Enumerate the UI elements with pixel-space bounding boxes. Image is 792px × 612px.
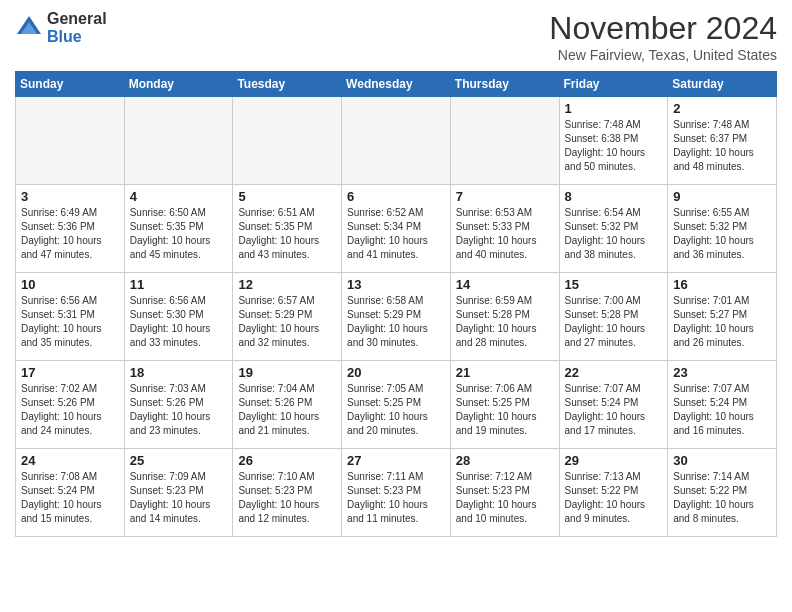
day-number: 1 <box>565 101 663 116</box>
day-info: Sunrise: 6:52 AM Sunset: 5:34 PM Dayligh… <box>347 206 445 262</box>
calendar-cell <box>16 97 125 185</box>
calendar-cell: 4Sunrise: 6:50 AM Sunset: 5:35 PM Daylig… <box>124 185 233 273</box>
calendar-cell: 16Sunrise: 7:01 AM Sunset: 5:27 PM Dayli… <box>668 273 777 361</box>
location-text: New Fairview, Texas, United States <box>549 47 777 63</box>
day-number: 3 <box>21 189 119 204</box>
day-number: 2 <box>673 101 771 116</box>
calendar-cell: 26Sunrise: 7:10 AM Sunset: 5:23 PM Dayli… <box>233 449 342 537</box>
calendar-cell: 18Sunrise: 7:03 AM Sunset: 5:26 PM Dayli… <box>124 361 233 449</box>
calendar-table: SundayMondayTuesdayWednesdayThursdayFrid… <box>15 71 777 537</box>
day-info: Sunrise: 6:49 AM Sunset: 5:36 PM Dayligh… <box>21 206 119 262</box>
calendar-week-row: 10Sunrise: 6:56 AM Sunset: 5:31 PM Dayli… <box>16 273 777 361</box>
day-number: 15 <box>565 277 663 292</box>
day-info: Sunrise: 6:50 AM Sunset: 5:35 PM Dayligh… <box>130 206 228 262</box>
day-number: 19 <box>238 365 336 380</box>
calendar-cell: 19Sunrise: 7:04 AM Sunset: 5:26 PM Dayli… <box>233 361 342 449</box>
day-number: 11 <box>130 277 228 292</box>
calendar-cell: 24Sunrise: 7:08 AM Sunset: 5:24 PM Dayli… <box>16 449 125 537</box>
calendar-cell: 14Sunrise: 6:59 AM Sunset: 5:28 PM Dayli… <box>450 273 559 361</box>
day-number: 13 <box>347 277 445 292</box>
day-number: 26 <box>238 453 336 468</box>
day-number: 30 <box>673 453 771 468</box>
calendar-cell: 10Sunrise: 6:56 AM Sunset: 5:31 PM Dayli… <box>16 273 125 361</box>
day-number: 17 <box>21 365 119 380</box>
logo-icon <box>15 14 43 42</box>
calendar-week-row: 1Sunrise: 7:48 AM Sunset: 6:38 PM Daylig… <box>16 97 777 185</box>
calendar-cell: 1Sunrise: 7:48 AM Sunset: 6:38 PM Daylig… <box>559 97 668 185</box>
day-number: 29 <box>565 453 663 468</box>
calendar-week-row: 3Sunrise: 6:49 AM Sunset: 5:36 PM Daylig… <box>16 185 777 273</box>
day-info: Sunrise: 7:14 AM Sunset: 5:22 PM Dayligh… <box>673 470 771 526</box>
day-info: Sunrise: 7:04 AM Sunset: 5:26 PM Dayligh… <box>238 382 336 438</box>
day-info: Sunrise: 7:07 AM Sunset: 5:24 PM Dayligh… <box>565 382 663 438</box>
calendar-cell <box>233 97 342 185</box>
day-info: Sunrise: 6:58 AM Sunset: 5:29 PM Dayligh… <box>347 294 445 350</box>
calendar-cell: 11Sunrise: 6:56 AM Sunset: 5:30 PM Dayli… <box>124 273 233 361</box>
calendar-cell: 3Sunrise: 6:49 AM Sunset: 5:36 PM Daylig… <box>16 185 125 273</box>
calendar-cell: 21Sunrise: 7:06 AM Sunset: 5:25 PM Dayli… <box>450 361 559 449</box>
day-info: Sunrise: 7:48 AM Sunset: 6:38 PM Dayligh… <box>565 118 663 174</box>
day-info: Sunrise: 7:05 AM Sunset: 5:25 PM Dayligh… <box>347 382 445 438</box>
calendar-cell: 5Sunrise: 6:51 AM Sunset: 5:35 PM Daylig… <box>233 185 342 273</box>
day-info: Sunrise: 7:06 AM Sunset: 5:25 PM Dayligh… <box>456 382 554 438</box>
day-number: 4 <box>130 189 228 204</box>
calendar-cell: 28Sunrise: 7:12 AM Sunset: 5:23 PM Dayli… <box>450 449 559 537</box>
calendar-cell: 2Sunrise: 7:48 AM Sunset: 6:37 PM Daylig… <box>668 97 777 185</box>
weekday-header-row: SundayMondayTuesdayWednesdayThursdayFrid… <box>16 72 777 97</box>
calendar-cell: 30Sunrise: 7:14 AM Sunset: 5:22 PM Dayli… <box>668 449 777 537</box>
day-info: Sunrise: 7:03 AM Sunset: 5:26 PM Dayligh… <box>130 382 228 438</box>
day-number: 22 <box>565 365 663 380</box>
calendar-cell: 12Sunrise: 6:57 AM Sunset: 5:29 PM Dayli… <box>233 273 342 361</box>
day-info: Sunrise: 6:57 AM Sunset: 5:29 PM Dayligh… <box>238 294 336 350</box>
title-block: November 2024 New Fairview, Texas, Unite… <box>549 10 777 63</box>
day-info: Sunrise: 7:02 AM Sunset: 5:26 PM Dayligh… <box>21 382 119 438</box>
weekday-header-friday: Friday <box>559 72 668 97</box>
logo-blue-text: Blue <box>47 28 107 46</box>
calendar-cell: 7Sunrise: 6:53 AM Sunset: 5:33 PM Daylig… <box>450 185 559 273</box>
day-info: Sunrise: 6:53 AM Sunset: 5:33 PM Dayligh… <box>456 206 554 262</box>
day-info: Sunrise: 6:55 AM Sunset: 5:32 PM Dayligh… <box>673 206 771 262</box>
weekday-header-tuesday: Tuesday <box>233 72 342 97</box>
day-number: 12 <box>238 277 336 292</box>
day-info: Sunrise: 7:48 AM Sunset: 6:37 PM Dayligh… <box>673 118 771 174</box>
day-number: 7 <box>456 189 554 204</box>
weekday-header-wednesday: Wednesday <box>342 72 451 97</box>
day-number: 18 <box>130 365 228 380</box>
weekday-header-sunday: Sunday <box>16 72 125 97</box>
calendar-cell: 6Sunrise: 6:52 AM Sunset: 5:34 PM Daylig… <box>342 185 451 273</box>
day-number: 10 <box>21 277 119 292</box>
day-info: Sunrise: 6:54 AM Sunset: 5:32 PM Dayligh… <box>565 206 663 262</box>
day-number: 8 <box>565 189 663 204</box>
day-info: Sunrise: 6:56 AM Sunset: 5:31 PM Dayligh… <box>21 294 119 350</box>
day-number: 6 <box>347 189 445 204</box>
day-number: 16 <box>673 277 771 292</box>
day-info: Sunrise: 7:10 AM Sunset: 5:23 PM Dayligh… <box>238 470 336 526</box>
calendar-cell: 15Sunrise: 7:00 AM Sunset: 5:28 PM Dayli… <box>559 273 668 361</box>
calendar-cell: 22Sunrise: 7:07 AM Sunset: 5:24 PM Dayli… <box>559 361 668 449</box>
day-number: 27 <box>347 453 445 468</box>
calendar-cell: 17Sunrise: 7:02 AM Sunset: 5:26 PM Dayli… <box>16 361 125 449</box>
calendar-cell: 29Sunrise: 7:13 AM Sunset: 5:22 PM Dayli… <box>559 449 668 537</box>
day-info: Sunrise: 6:56 AM Sunset: 5:30 PM Dayligh… <box>130 294 228 350</box>
page-header: General Blue November 2024 New Fairview,… <box>15 10 777 63</box>
weekday-header-saturday: Saturday <box>668 72 777 97</box>
calendar-cell: 8Sunrise: 6:54 AM Sunset: 5:32 PM Daylig… <box>559 185 668 273</box>
weekday-header-thursday: Thursday <box>450 72 559 97</box>
calendar-cell <box>124 97 233 185</box>
day-number: 28 <box>456 453 554 468</box>
day-number: 20 <box>347 365 445 380</box>
day-number: 5 <box>238 189 336 204</box>
calendar-cell: 9Sunrise: 6:55 AM Sunset: 5:32 PM Daylig… <box>668 185 777 273</box>
calendar-cell: 25Sunrise: 7:09 AM Sunset: 5:23 PM Dayli… <box>124 449 233 537</box>
day-number: 14 <box>456 277 554 292</box>
day-info: Sunrise: 7:12 AM Sunset: 5:23 PM Dayligh… <box>456 470 554 526</box>
calendar-cell <box>450 97 559 185</box>
day-number: 21 <box>456 365 554 380</box>
day-number: 23 <box>673 365 771 380</box>
calendar-cell <box>342 97 451 185</box>
day-info: Sunrise: 7:13 AM Sunset: 5:22 PM Dayligh… <box>565 470 663 526</box>
calendar-cell: 13Sunrise: 6:58 AM Sunset: 5:29 PM Dayli… <box>342 273 451 361</box>
day-number: 9 <box>673 189 771 204</box>
logo: General Blue <box>15 10 107 45</box>
calendar-cell: 23Sunrise: 7:07 AM Sunset: 5:24 PM Dayli… <box>668 361 777 449</box>
